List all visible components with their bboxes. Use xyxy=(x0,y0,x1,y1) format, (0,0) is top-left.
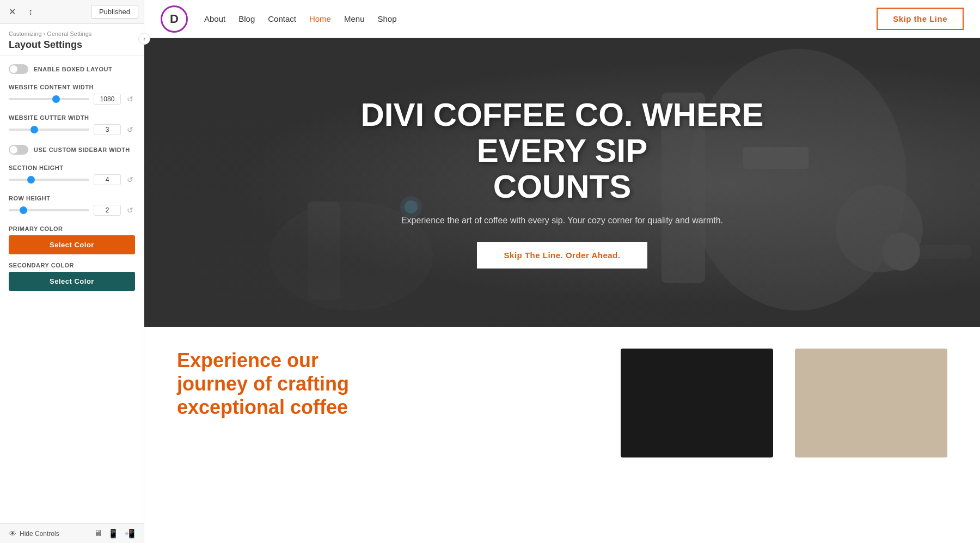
settings-content: ENABLE BOXED LAYOUT WEBSITE CONTENT WIDT… xyxy=(0,56,144,523)
secondary-color-section: SECONDARY COLOR Select Color xyxy=(9,262,135,291)
row-height-group: ROW HEIGHT ↺ xyxy=(9,195,135,216)
eye-icon: 👁 xyxy=(9,529,16,538)
logo: D xyxy=(161,5,188,33)
close-icon[interactable]: ✕ xyxy=(5,5,19,19)
breadcrumb-area: Customizing › General Settings Layout Se… xyxy=(0,24,144,56)
breadcrumb-parent[interactable]: Customizing xyxy=(9,30,42,37)
gutter-width-slider[interactable] xyxy=(9,129,89,131)
below-hero: Experience our journey of crafting excep… xyxy=(144,327,980,543)
section-height-slider-row: ↺ xyxy=(9,174,135,185)
below-heading-line3: exceptional coffee xyxy=(177,396,348,418)
nav-blog[interactable]: Blog xyxy=(238,14,255,23)
preview-area: D About Blog Contact Home Menu Shop Skip… xyxy=(144,0,980,543)
gutter-width-reset[interactable]: ↺ xyxy=(125,125,135,135)
nav-skip-line-button[interactable]: Skip the Line xyxy=(877,8,964,30)
sort-icon[interactable]: ↕ xyxy=(24,5,37,19)
section-height-slider[interactable] xyxy=(9,179,89,181)
section-height-reset[interactable]: ↺ xyxy=(125,175,135,185)
device-icons: 🖥 📱 📲 xyxy=(94,528,135,539)
nav-shop[interactable]: Shop xyxy=(377,14,396,23)
nav-home[interactable]: Home xyxy=(309,14,331,23)
nav-bar: D About Blog Contact Home Menu Shop Skip… xyxy=(144,0,980,38)
breadcrumb-child[interactable]: General Settings xyxy=(47,30,91,37)
secondary-color-label: SECONDARY COLOR xyxy=(9,262,135,269)
boxed-layout-row: ENABLE BOXED LAYOUT xyxy=(9,64,135,74)
sidebar-width-label: USE CUSTOM SIDEBAR WIDTH xyxy=(34,147,130,153)
published-button[interactable]: Published xyxy=(91,5,138,19)
top-bar: ✕ ↕ Published xyxy=(0,0,144,24)
sidebar-width-row: USE CUSTOM SIDEBAR WIDTH xyxy=(9,145,135,155)
boxed-layout-label: ENABLE BOXED LAYOUT xyxy=(34,66,112,72)
tablet-icon[interactable]: 📱 xyxy=(108,528,119,539)
sidebar-width-toggle[interactable] xyxy=(9,145,28,155)
primary-color-section: PRIMARY COLOR Select Color xyxy=(9,225,135,254)
section-height-label: SECTION HEIGHT xyxy=(9,164,135,171)
hero-title-line1: DIVI COFFEE CO. WHERE EVERY SIP xyxy=(360,96,763,169)
primary-color-button[interactable]: Select Color xyxy=(9,235,135,254)
nav-about[interactable]: About xyxy=(204,14,225,23)
content-width-label: WEBSITE CONTENT WIDTH xyxy=(9,84,135,90)
logo-letter: D xyxy=(170,12,179,26)
hero-title: DIVI COFFEE CO. WHERE EVERY SIP COUNTS xyxy=(356,97,769,205)
bottom-bar: 👁 Hide Controls 🖥 📱 📲 xyxy=(0,523,144,543)
row-height-slider[interactable] xyxy=(9,209,89,211)
content-width-reset[interactable]: ↺ xyxy=(125,94,135,104)
below-image-2 xyxy=(795,349,947,457)
content-width-input[interactable] xyxy=(94,94,121,105)
row-height-label: ROW HEIGHT xyxy=(9,195,135,202)
breadcrumb-separator: › xyxy=(44,30,46,37)
nav-left: D About Blog Contact Home Menu Shop xyxy=(161,5,397,33)
row-height-input[interactable] xyxy=(94,205,121,216)
below-heading-line2: journey of crafting xyxy=(177,373,349,395)
mobile-icon[interactable]: 📲 xyxy=(124,528,135,539)
nav-menu[interactable]: Menu xyxy=(344,14,365,23)
row-height-reset[interactable]: ↺ xyxy=(125,205,135,215)
secondary-color-button[interactable]: Select Color xyxy=(9,272,135,291)
gutter-width-slider-row: ↺ xyxy=(9,124,135,135)
below-heading: Experience our journey of crafting excep… xyxy=(177,349,599,419)
gutter-width-group: WEBSITE GUTTER WIDTH ↺ xyxy=(9,114,135,135)
below-heading-line1: Experience our xyxy=(177,349,318,371)
below-image-1 xyxy=(621,349,773,457)
left-panel: ✕ ↕ Published Customizing › General Sett… xyxy=(0,0,144,543)
content-width-slider-row: ↺ xyxy=(9,94,135,105)
below-text: Experience our journey of crafting excep… xyxy=(177,349,599,419)
hero-subtitle: Experience the art of coffee with every … xyxy=(356,216,769,225)
hero-section: DIVI COFFEE CO. WHERE EVERY SIP COUNTS E… xyxy=(144,38,980,327)
content-width-group: WEBSITE CONTENT WIDTH ↺ xyxy=(9,84,135,105)
content-width-slider[interactable] xyxy=(9,98,89,100)
row-height-slider-row: ↺ xyxy=(9,205,135,216)
nav-links: About Blog Contact Home Menu Shop xyxy=(204,14,397,23)
desktop-icon[interactable]: 🖥 xyxy=(94,528,102,539)
hide-controls-label: Hide Controls xyxy=(20,530,59,538)
hero-content: DIVI COFFEE CO. WHERE EVERY SIP COUNTS E… xyxy=(345,97,780,269)
nav-contact[interactable]: Contact xyxy=(268,14,296,23)
hide-controls-btn[interactable]: 👁 Hide Controls xyxy=(9,529,59,538)
breadcrumb: Customizing › General Settings xyxy=(9,30,135,37)
section-height-input[interactable] xyxy=(94,174,121,185)
gutter-width-input[interactable] xyxy=(94,124,121,135)
panel-title: Layout Settings xyxy=(9,39,135,51)
boxed-layout-toggle[interactable] xyxy=(9,64,28,74)
section-height-group: SECTION HEIGHT ↺ xyxy=(9,164,135,185)
collapse-arrow[interactable]: ‹ xyxy=(138,33,150,45)
gutter-width-label: WEBSITE GUTTER WIDTH xyxy=(9,114,135,121)
hero-title-line2: COUNTS xyxy=(493,168,631,205)
hero-cta-button[interactable]: Skip The Line. Order Ahead. xyxy=(477,242,648,269)
primary-color-label: PRIMARY COLOR xyxy=(9,225,135,232)
top-bar-left: ✕ ↕ xyxy=(5,5,37,19)
